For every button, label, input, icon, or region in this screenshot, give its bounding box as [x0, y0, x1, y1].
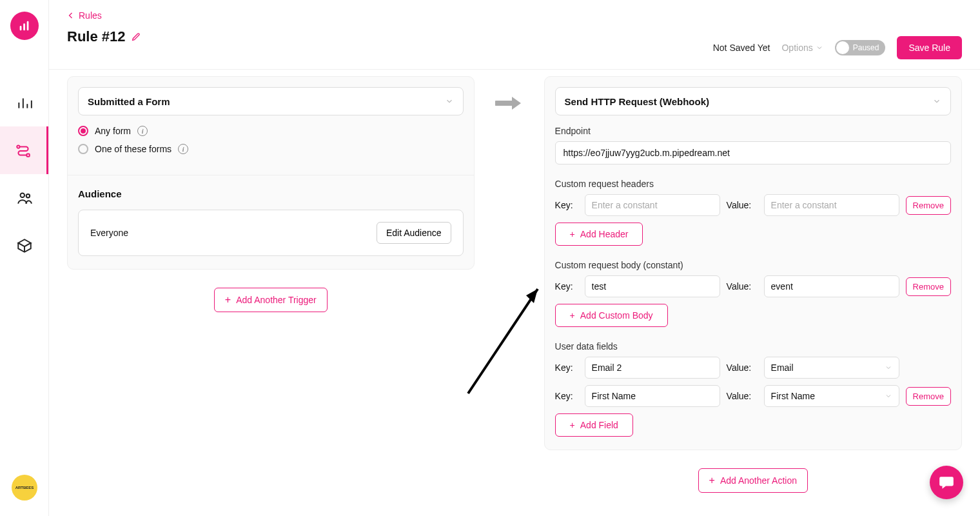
logo-bars-icon [17, 19, 32, 33]
header-key-input[interactable] [585, 194, 720, 216]
info-icon[interactable]: i [178, 144, 188, 154]
options-label: Options [781, 43, 812, 53]
svg-point-9 [20, 193, 24, 197]
chevron-left-icon [67, 12, 75, 19]
add-action-button[interactable]: + Add Another Action [698, 468, 808, 493]
body-title: Custom request body (constant) [555, 260, 951, 270]
header-value-input[interactable] [764, 194, 899, 216]
action-type-label: Send HTTP Request (Webhook) [565, 96, 709, 107]
audience-value: Everyone [90, 228, 128, 238]
sidebar-item-analytics[interactable] [0, 79, 48, 126]
header-actions: Not Saved Yet Options Paused Save Rule [713, 36, 962, 59]
field-row: Key: Value: Email [555, 357, 951, 379]
app-logo[interactable] [10, 12, 39, 40]
endpoint-label: Endpoint [555, 126, 951, 136]
add-trigger-button[interactable]: + Add Another Trigger [214, 288, 328, 312]
chat-fab[interactable] [930, 466, 963, 499]
trigger-type-selector[interactable]: Submitted a Form [78, 87, 464, 115]
breadcrumb[interactable]: Rules [67, 10, 962, 21]
sidebar-item-automation[interactable] [0, 126, 48, 174]
add-action-label: Add Another Action [720, 475, 797, 486]
body-row: Key: Value: Remove [555, 275, 951, 297]
value-label: Value: [727, 200, 758, 210]
chevron-down-icon [445, 97, 454, 106]
main-content: Submitted a Form Any form i One of these… [49, 70, 980, 516]
svg-rect-1 [23, 23, 25, 30]
sidebar: ARTBEES [0, 0, 49, 516]
header-row: Key: Value: Remove [555, 194, 951, 216]
field-value-select[interactable]: First Name [764, 385, 899, 407]
brand-badge-text: ARTBEES [15, 486, 34, 490]
sidebar-item-people[interactable] [0, 174, 48, 222]
radio-one-of-forms[interactable]: One of these forms i [78, 144, 464, 154]
field-value-selected: First Name [771, 391, 815, 401]
field-value-select[interactable]: Email [764, 357, 899, 379]
bar-chart-icon [16, 94, 33, 111]
remove-body-button[interactable]: Remove [906, 277, 951, 296]
add-body-button[interactable]: + Add Custom Body [555, 304, 668, 327]
svg-point-7 [17, 145, 19, 148]
breadcrumb-label: Rules [79, 10, 102, 21]
body-key-input[interactable] [585, 275, 720, 297]
triggers-column: Submitted a Form Any form i One of these… [67, 76, 475, 312]
add-trigger-label: Add Another Trigger [236, 295, 317, 305]
field-key-input[interactable] [585, 385, 720, 407]
trigger-type-label: Submitted a Form [88, 96, 170, 107]
body-value-input[interactable] [764, 275, 899, 297]
chevron-down-icon [885, 364, 892, 372]
plus-icon: + [570, 310, 575, 321]
edit-icon[interactable] [131, 32, 141, 42]
actions-column: Send HTTP Request (Webhook) Endpoint Cus… [544, 76, 962, 493]
plus-icon: + [225, 295, 231, 305]
body-section: Custom request body (constant) Key: Valu… [555, 260, 951, 327]
fields-section: User data fields Key: Value: Email Key: [555, 341, 951, 437]
chevron-down-icon [816, 44, 823, 52]
plus-icon: + [570, 420, 575, 430]
field-key-input[interactable] [585, 357, 720, 379]
svg-rect-0 [19, 26, 21, 30]
save-button[interactable]: Save Rule [897, 36, 962, 59]
audience-section: Audience Everyone Edit Audience [68, 175, 474, 269]
add-body-label: Add Custom Body [580, 310, 653, 321]
headers-title: Custom request headers [555, 179, 951, 189]
add-field-label: Add Field [580, 420, 618, 430]
chevron-down-icon [885, 392, 892, 400]
edit-audience-button[interactable]: Edit Audience [377, 222, 451, 244]
chevron-down-icon [932, 97, 941, 106]
add-header-button[interactable]: + Add Header [555, 223, 643, 246]
key-label: Key: [555, 362, 578, 373]
action-type-selector[interactable]: Send HTTP Request (Webhook) [555, 87, 951, 115]
add-action-wrap: + Add Another Action [544, 468, 962, 493]
key-label: Key: [555, 200, 578, 210]
save-status: Not Saved Yet [713, 43, 770, 53]
field-row: Key: Value: First Name Remove [555, 385, 951, 407]
plus-icon: + [709, 475, 715, 486]
value-label: Value: [727, 391, 758, 401]
value-label: Value: [727, 362, 758, 373]
key-label: Key: [555, 281, 578, 292]
headers-section: Custom request headers Key: Value: Remov… [555, 179, 951, 246]
remove-header-button[interactable]: Remove [906, 196, 951, 215]
endpoint-input[interactable] [555, 141, 951, 164]
page-header: Rules Rule #12 Not Saved Yet Options Pau… [49, 0, 980, 70]
flow-arrow [495, 76, 524, 112]
form-scope-radio-group: Any form i One of these forms i [68, 115, 474, 175]
status-toggle[interactable]: Paused [835, 40, 886, 55]
sidebar-item-package[interactable] [0, 222, 48, 270]
svg-rect-2 [26, 21, 28, 31]
radio-indicator [78, 144, 88, 154]
radio-any-form[interactable]: Any form i [78, 126, 464, 136]
info-icon[interactable]: i [137, 126, 148, 136]
flow-icon [15, 142, 32, 159]
radio-indicator [78, 126, 88, 136]
sidebar-nav [0, 79, 48, 270]
plus-icon: + [570, 229, 575, 239]
options-menu[interactable]: Options [781, 43, 823, 53]
remove-field-button[interactable]: Remove [906, 387, 951, 406]
add-field-button[interactable]: + Add Field [555, 413, 633, 437]
brand-badge[interactable]: ARTBEES [12, 475, 37, 501]
arrow-right-icon [495, 94, 524, 112]
field-value-selected: Email [771, 362, 794, 373]
box-icon [16, 237, 33, 254]
key-label: Key: [555, 391, 578, 401]
